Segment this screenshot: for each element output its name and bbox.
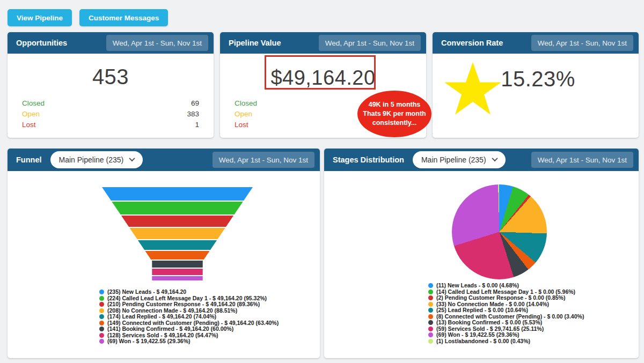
legend-dot-icon xyxy=(99,327,104,331)
pie-chart xyxy=(452,184,547,279)
pipeline-selector-label: Main Pipeline (235) xyxy=(421,155,486,164)
stages-card-header: Stages Distribution Main Pipeline (235) … xyxy=(324,149,639,171)
legend-dot-icon xyxy=(99,339,104,344)
legend-item: (1) Lost/abandoned - $ 0.00 (0.43%) xyxy=(428,338,639,345)
legend-dot-icon xyxy=(99,333,104,338)
date-range-chip[interactable]: Wed, Apr 1st - Sun, Nov 1st xyxy=(106,35,208,51)
legend-item: (174) Lead Replied - $ 49,164.20 (74.04%… xyxy=(99,314,320,320)
legend-item: (11) New Leads - $ 0.00 (4.68%) xyxy=(428,283,639,289)
funnel-card-header: Funnel Main Pipeline (235) Wed, Apr 1st … xyxy=(8,149,320,171)
funnel-segment xyxy=(102,216,253,227)
date-range-chip[interactable]: Wed, Apr 1st - Sun, Nov 1st xyxy=(213,152,314,168)
date-range-chip[interactable]: Wed, Apr 1st - Sun, Nov 1st xyxy=(531,152,633,168)
legend-label: (69) Won - $ 19,422.55 (29.36%) xyxy=(436,332,519,338)
legend-dot-icon xyxy=(428,327,433,331)
stat-label: Open xyxy=(22,110,40,118)
legend-dot-icon xyxy=(428,320,433,325)
card-title: Funnel xyxy=(16,155,42,164)
stages-distribution-card: Stages Distribution Main Pipeline (235) … xyxy=(324,149,639,358)
conversion-rate-total: 15.23% xyxy=(488,66,588,91)
legend-dot-icon xyxy=(99,321,104,325)
legend-dot-icon xyxy=(99,296,104,301)
stat-label: Open xyxy=(235,110,252,118)
opportunities-total: 453 xyxy=(8,64,214,89)
legend-dot-icon xyxy=(99,314,104,319)
stat-value: 69 xyxy=(191,99,199,107)
legend-dot-icon xyxy=(99,308,104,313)
opportunities-card: Opportunities Wed, Apr 1st - Sun, Nov 1s… xyxy=(8,32,214,138)
legend-dot-icon xyxy=(428,308,433,313)
legend-item: (210) Pending Customer Response - $ 49,1… xyxy=(99,301,320,308)
stat-value: 383 xyxy=(187,110,199,118)
view-pipeline-button[interactable]: View Pipeline xyxy=(8,9,72,26)
pipeline-value-card: Pipeline Value Wed, Apr 1st - Sun, Nov 1… xyxy=(220,32,426,138)
legend-label: (210) Pending Customer Response - $ 49,1… xyxy=(107,301,260,308)
pipeline-selector-label: Main Pipeline (235) xyxy=(59,155,124,164)
card-title: Conversion Rate xyxy=(441,39,503,47)
legend-dot-icon xyxy=(428,314,433,319)
legend-dot-icon xyxy=(428,339,433,344)
legend-dot-icon xyxy=(428,332,433,337)
annotation-bubble: 49K in 5 months Thats 9K per month consi… xyxy=(357,91,431,137)
conversion-rate-card-header: Conversion Rate Wed, Apr 1st - Sun, Nov … xyxy=(433,32,639,54)
legend-label: (235) New Leads - $ 49,164.20 xyxy=(107,289,186,295)
annotation-line: consistently... xyxy=(372,118,416,128)
opportunities-stats: Closed 69 Open 383 Lost 1 xyxy=(22,98,199,130)
funnel-card: Funnel Main Pipeline (235) Wed, Apr 1st … xyxy=(8,149,320,358)
stat-row-open: Open 383 xyxy=(22,108,199,119)
legend-item: (13) Booking Confirmed - $ 0.00 (5.53%) xyxy=(428,320,639,326)
legend-dot-icon xyxy=(428,290,433,294)
legend-item: (2) Pending Customer Response - $ 0.00 (… xyxy=(428,295,639,301)
legend-dot-icon xyxy=(99,302,104,307)
funnel-segment xyxy=(102,228,253,239)
dashboard-page: View Pipeline Customer Messages Opportun… xyxy=(0,0,644,363)
chevron-down-icon xyxy=(129,155,135,161)
opportunities-card-header: Opportunities Wed, Apr 1st - Sun, Nov 1s… xyxy=(8,32,214,54)
legend-item: (69) Won - $ 19,422.55 (29.36%) xyxy=(99,338,320,345)
legend-dot-icon xyxy=(428,295,433,300)
stat-label: Lost xyxy=(235,121,248,129)
toolbar: View Pipeline Customer Messages xyxy=(8,9,168,26)
legend-item: (141) Booking Confirmed - $ 49,164.20 (6… xyxy=(99,326,320,332)
funnel-segment xyxy=(102,269,253,275)
card-title: Opportunities xyxy=(16,39,67,47)
legend-dot-icon xyxy=(428,283,433,288)
conversion-rate-card: Conversion Rate Wed, Apr 1st - Sun, Nov … xyxy=(433,32,639,138)
pipeline-selector-dropdown[interactable]: Main Pipeline (235) xyxy=(50,151,143,168)
funnel-chart xyxy=(102,187,253,281)
stat-row-closed: Closed 69 xyxy=(22,98,199,108)
legend-label: (174) Lead Replied - $ 49,164.20 (74.04%… xyxy=(107,314,216,320)
legend-label: (11) New Leads - $ 0.00 (4.68%) xyxy=(436,283,519,289)
date-range-chip[interactable]: Wed, Apr 1st - Sun, Nov 1st xyxy=(319,35,421,51)
card-title: Stages Distribution xyxy=(333,155,404,164)
legend-label: (69) Won - $ 19,422.55 (29.36%) xyxy=(107,338,190,345)
pipeline-value-total: $49,164.20 xyxy=(220,65,426,90)
legend-item: (25) Lead Replied - $ 0.00 (10.64%) xyxy=(428,307,639,314)
legend-label: (13) Booking Confirmed - $ 0.00 (5.53%) xyxy=(436,320,542,326)
stat-label: Closed xyxy=(235,99,257,107)
customer-messages-button[interactable]: Customer Messages xyxy=(79,9,168,26)
funnel-segment xyxy=(102,276,253,280)
legend-dot-icon xyxy=(99,290,104,294)
legend-item: (235) New Leads - $ 49,164.20 xyxy=(99,289,320,295)
legend-label: (2) Pending Customer Response - $ 0.00 (… xyxy=(436,295,565,301)
funnel-segment xyxy=(102,202,253,214)
stat-row-lost: Lost 1 xyxy=(22,119,199,130)
funnel-legend: (235) New Leads - $ 49,164.20(224) Calle… xyxy=(99,289,320,345)
funnel-segment xyxy=(102,240,253,250)
funnel-segment xyxy=(102,251,253,260)
card-title: Pipeline Value xyxy=(229,39,281,47)
legend-dot-icon xyxy=(428,302,433,307)
stat-value: 1 xyxy=(195,121,199,129)
funnel-segment xyxy=(102,187,253,201)
funnel-segment xyxy=(102,261,253,268)
pipeline-selector-dropdown[interactable]: Main Pipeline (235) xyxy=(413,151,506,168)
stat-label: Closed xyxy=(22,99,45,107)
date-range-chip[interactable]: Wed, Apr 1st - Sun, Nov 1st xyxy=(531,35,633,51)
legend-item: (69) Won - $ 19,422.55 (29.36%) xyxy=(428,332,639,338)
stages-legend: (11) New Leads - $ 0.00 (4.68%)(14) Call… xyxy=(428,283,639,344)
annotation-line: 49K in 5 months xyxy=(369,100,421,109)
legend-label: (141) Booking Confirmed - $ 49,164.20 (6… xyxy=(107,326,233,332)
stat-label: Lost xyxy=(22,121,36,129)
legend-label: (25) Lead Replied - $ 0.00 (10.64%) xyxy=(436,307,528,314)
